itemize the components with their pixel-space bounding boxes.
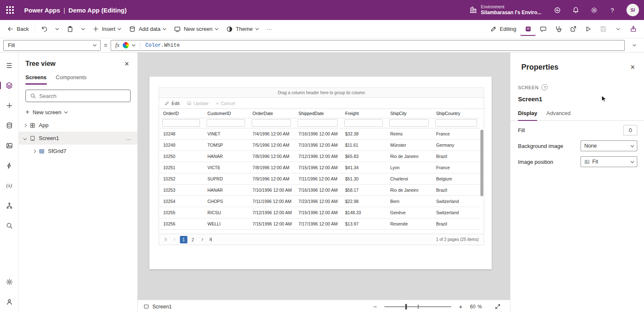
- grid-update-button[interactable]: Update: [187, 101, 208, 106]
- help-button[interactable]: ?: [603, 0, 621, 20]
- more-options-button[interactable]: …: [124, 135, 133, 141]
- filter-input[interactable]: [252, 119, 291, 127]
- help-icon[interactable]: ?: [541, 84, 548, 90]
- tree-item-sfgrid7[interactable]: SfGrid7: [19, 145, 137, 158]
- tree-item-app[interactable]: App: [19, 119, 137, 132]
- table-row[interactable]: 10255 RICSU 7/12/1996 12:00 AM 7/15/1996…: [159, 207, 480, 218]
- fill-color-picker[interactable]: [623, 125, 637, 135]
- fit-to-screen-button[interactable]: [495, 303, 501, 310]
- filter-input[interactable]: [435, 119, 477, 127]
- paste-button[interactable]: [63, 23, 78, 36]
- chevron-down-icon[interactable]: [132, 43, 135, 46]
- share-button[interactable]: [566, 23, 581, 36]
- pager-next-button[interactable]: [197, 235, 206, 244]
- rail-data-button[interactable]: [2, 118, 16, 133]
- pager-page-1[interactable]: 1: [180, 236, 187, 243]
- settings-button[interactable]: [585, 0, 603, 20]
- table-row[interactable]: 10248 VINET 7/4/1996 12:00 AM 7/16/1996 …: [159, 128, 480, 139]
- close-icon[interactable]: ×: [628, 63, 637, 72]
- undo-button[interactable]: [37, 23, 52, 36]
- pager-last-button[interactable]: [206, 235, 214, 244]
- back-button[interactable]: Back: [3, 23, 33, 36]
- pager-first-button[interactable]: [162, 235, 171, 244]
- filter-input[interactable]: [207, 119, 245, 127]
- preview-button[interactable]: [581, 23, 596, 36]
- table-row[interactable]: 10252 SUPRD 7/9/1996 12:00 AM 7/11/1996 …: [159, 173, 480, 184]
- rail-media-button[interactable]: [2, 138, 16, 153]
- current-screen-indicator[interactable]: Screen1: [144, 304, 172, 310]
- new-screen-button[interactable]: New screen: [170, 23, 222, 36]
- close-icon[interactable]: ×: [122, 59, 131, 68]
- avatar[interactable]: SI: [626, 4, 639, 16]
- tree-new-screen-button[interactable]: + New screen: [19, 105, 137, 119]
- table-row[interactable]: 10254 CHOPS 7/11/1996 12:00 AM 7/23/1996…: [159, 195, 480, 207]
- pager-page-2[interactable]: 2: [189, 236, 197, 243]
- undo-menu-button[interactable]: [52, 23, 63, 36]
- theme-button[interactable]: Theme: [222, 23, 262, 36]
- column-header[interactable]: ShippedDate: [294, 109, 341, 118]
- tree-item-screen1[interactable]: Screen1 …: [19, 132, 137, 145]
- insert-button[interactable]: Insert: [88, 23, 125, 36]
- tab-components[interactable]: Components: [56, 74, 87, 85]
- app-checker-button[interactable]: [551, 23, 566, 36]
- formula-input[interactable]: fx Color.White: [111, 40, 625, 51]
- grid-cancel-button[interactable]: × Cancel: [216, 101, 235, 106]
- formula-bar-expand-button[interactable]: [628, 40, 641, 51]
- table-row[interactable]: 10249 TOMSP 7/5/1996 12:00 AM 7/10/1996 …: [159, 139, 480, 150]
- column-header[interactable]: ShipCity: [386, 109, 432, 118]
- filter-input[interactable]: [344, 119, 383, 127]
- column-header[interactable]: OrderDate: [248, 109, 294, 118]
- zoom-slider[interactable]: [384, 303, 451, 311]
- group-drop-area[interactable]: Drag a column header here to group its c…: [159, 88, 484, 98]
- slider-thumb[interactable]: [405, 304, 407, 310]
- table-row[interactable]: 10253 HANAR 7/10/1996 12:00 AM 7/16/1996…: [159, 184, 480, 195]
- image-position-dropdown[interactable]: Fit: [581, 156, 637, 167]
- rail-settings-button[interactable]: [3, 275, 17, 289]
- waffle-menu-button[interactable]: [0, 0, 20, 20]
- save-options-button[interactable]: [611, 23, 626, 36]
- publish-button[interactable]: [626, 23, 641, 36]
- copilot-pane-toggle[interactable]: [520, 23, 535, 36]
- column-header[interactable]: OrderID: [159, 109, 203, 118]
- column-header[interactable]: ShipCountry: [432, 109, 480, 118]
- table-row[interactable]: 10256 WELLI 7/15/1996 12:00 AM 7/17/1996…: [159, 218, 480, 229]
- editing-mode-button[interactable]: Editing: [486, 23, 520, 36]
- zoom-in-button[interactable]: +: [458, 303, 463, 310]
- column-header[interactable]: CustomerID: [203, 109, 248, 118]
- environment-picker[interactable]: Environment Silambarasan I's Enviro...: [463, 0, 548, 20]
- scrollbar-thumb[interactable]: [480, 130, 483, 196]
- canvas-area[interactable]: Drag a column header here to group its c…: [138, 53, 510, 300]
- rail-tree-view-button[interactable]: [2, 78, 16, 93]
- rail-insert-button[interactable]: [2, 98, 16, 113]
- filter-input[interactable]: [298, 119, 338, 127]
- tab-advanced[interactable]: Advanced: [546, 110, 571, 120]
- insights-button[interactable]: [548, 0, 566, 20]
- search-input[interactable]: [39, 93, 126, 99]
- overflow-button[interactable]: ···: [263, 23, 276, 36]
- tree-search-box[interactable]: [25, 90, 131, 102]
- tab-screens[interactable]: Screens: [25, 74, 47, 85]
- table-row[interactable]: 10251 VICTE 7/8/1996 12:00 AM 7/15/1996 …: [159, 162, 480, 173]
- add-data-button[interactable]: Add data: [125, 23, 170, 36]
- filter-input[interactable]: [162, 119, 200, 127]
- color-wheel-icon[interactable]: [123, 42, 129, 48]
- filter-input[interactable]: [389, 119, 429, 127]
- table-row[interactable]: 10250 HANAR 7/8/1996 12:00 AM 7/12/1996 …: [159, 150, 480, 162]
- control-name[interactable]: Screen1: [518, 95, 637, 103]
- chevron-right-icon[interactable]: [33, 149, 36, 153]
- tab-display[interactable]: Display: [518, 110, 537, 121]
- zoom-out-button[interactable]: −: [372, 303, 378, 310]
- chevron-down-icon[interactable]: [23, 136, 27, 140]
- grid-edit-button[interactable]: Edit: [165, 101, 179, 106]
- rail-advanced-tools-button[interactable]: [2, 198, 16, 213]
- paste-menu-button[interactable]: [78, 23, 88, 36]
- column-header[interactable]: Freight: [341, 109, 386, 118]
- rail-search-button[interactable]: [2, 218, 16, 233]
- save-button[interactable]: [596, 23, 611, 36]
- rail-profile-button[interactable]: [3, 295, 17, 309]
- pager-prev-button[interactable]: [171, 235, 179, 244]
- sfgrid-control[interactable]: Drag a column header here to group its c…: [159, 88, 484, 245]
- background-image-dropdown[interactable]: None: [581, 140, 637, 151]
- rail-variables-button[interactable]: (x): [2, 178, 16, 193]
- chevron-right-icon[interactable]: [23, 123, 27, 127]
